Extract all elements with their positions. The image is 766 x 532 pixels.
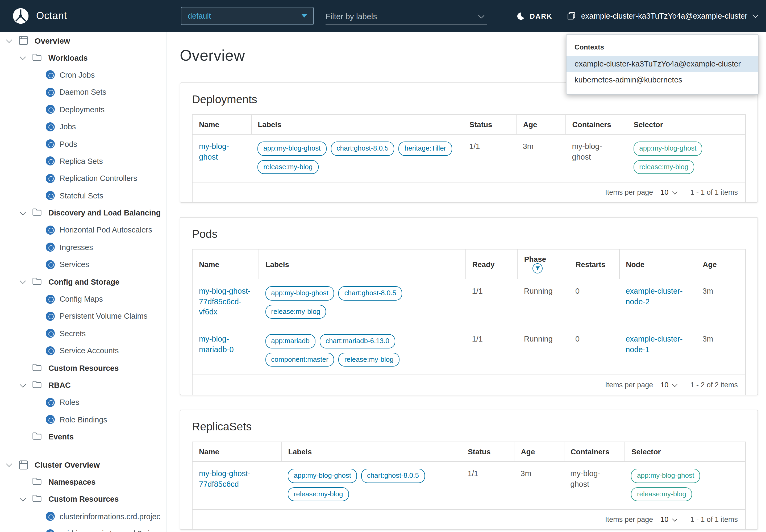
- sidebar-item-workloads[interactable]: Workloads: [0, 49, 166, 67]
- sidebar-item-cron-jobs[interactable]: Cron Jobs: [0, 67, 166, 84]
- name-link[interactable]: my-blog-ghost-77df85c6cd-vf6dx: [199, 287, 250, 316]
- sidebar-item-rbac[interactable]: RBAC: [0, 377, 166, 394]
- column-header-age: Age: [696, 250, 745, 279]
- chevron-down-icon[interactable]: [20, 496, 26, 502]
- sidebar-item-horizontal-pod-autoscalers[interactable]: Horizontal Pod Autoscalers: [0, 222, 166, 239]
- sidebar-item-ingresses[interactable]: Ingresses: [0, 239, 166, 256]
- sidebar-item-persistent-volume-claims[interactable]: Persistent Volume Claims: [0, 308, 166, 325]
- name-link[interactable]: my-blog-mariadb-0: [199, 335, 234, 354]
- chevron-down-icon[interactable]: [20, 279, 26, 285]
- column-header-label: Labels: [258, 120, 281, 129]
- sidebar-item-label: Stateful Sets: [60, 191, 103, 200]
- cell-node: example-cluster-node-2: [619, 279, 696, 327]
- chevron-down-icon[interactable]: [20, 55, 26, 61]
- namespace-select[interactable]: default: [181, 7, 314, 25]
- sidebar-item-config-maps[interactable]: Config Maps: [0, 290, 166, 308]
- column-header-label: Status: [468, 448, 491, 456]
- sidebar-item-custom-resources[interactable]: Custom Resources: [0, 491, 166, 508]
- chevron-down-icon[interactable]: [6, 462, 12, 468]
- column-header-age: Age: [514, 442, 564, 462]
- daemon-sets-icon: [46, 88, 55, 97]
- label-badge: chart:ghost-8.0.5: [361, 469, 425, 483]
- theme-toggle[interactable]: DARK: [516, 0, 552, 32]
- sidebar-item-label: Deployments: [60, 105, 105, 114]
- roles-icon: [46, 398, 55, 407]
- app-name: Octant: [36, 10, 67, 22]
- sidebar-item-replica-sets[interactable]: Replica Sets: [0, 152, 166, 170]
- cell-selector: app:my-blog-ghostrelease:my-blog: [627, 134, 745, 182]
- selector-badge: app:my-blog-ghost: [631, 469, 700, 483]
- namespace-value: default: [188, 12, 211, 20]
- cell-node: example-cluster-node-1: [619, 327, 696, 375]
- chevron-down-icon[interactable]: [6, 38, 12, 43]
- column-header-status: Status: [461, 442, 514, 462]
- column-header-label: Name: [199, 120, 219, 129]
- sidebar-item-csidrivers-csi-storage-k8s-io[interactable]: csidrivers.csi.storage.k8s.io: [0, 525, 166, 532]
- top-navbar: Octant default DARK: [0, 0, 766, 32]
- sidebar-item-clusterinformations-crd-projec[interactable]: clusterinformations.crd.projec: [0, 508, 166, 525]
- cell-ready: 1/1: [466, 279, 518, 327]
- chevron-down-icon[interactable]: [20, 382, 26, 388]
- label-badge: component:master: [265, 352, 334, 367]
- sidebar-item-replication-controllers[interactable]: Replication Controllers: [0, 170, 166, 187]
- sidebar-item-label: Jobs: [60, 122, 76, 131]
- app-logo-group: Octant: [12, 0, 67, 32]
- page-size-value: 10: [660, 516, 668, 524]
- column-header-label: Selector: [634, 120, 663, 129]
- ingresses-icon: [46, 243, 55, 252]
- sidebar-item-deployments[interactable]: Deployments: [0, 101, 166, 118]
- sidebar-item-events[interactable]: Events: [0, 428, 166, 446]
- sidebar-item-service-accounts[interactable]: Service Accounts: [0, 342, 166, 359]
- sidebar-item-stateful-sets[interactable]: Stateful Sets: [0, 187, 166, 204]
- items-per-page-label: Items per page: [605, 516, 653, 524]
- sidebar-item-secrets[interactable]: Secrets: [0, 325, 166, 342]
- octant-app: Octant default DARK: [0, 0, 766, 532]
- card-replicasets: ReplicaSetsNameLabelsStatusAgeContainers…: [180, 410, 758, 530]
- theme-toggle-label: DARK: [530, 12, 552, 20]
- sidebar-item-role-bindings[interactable]: Role Bindings: [0, 411, 166, 428]
- page-size-select[interactable]: 10: [660, 381, 676, 389]
- sidebar-item-services[interactable]: Services: [0, 256, 166, 273]
- sidebar-item-overview[interactable]: Overview: [0, 32, 166, 49]
- cell-labels: app:my-blog-ghostchart:ghost-8.0.5herita…: [251, 134, 463, 182]
- folder-icon: [32, 494, 42, 504]
- column-header-containers: Containers: [564, 442, 625, 462]
- context-menu-item[interactable]: example-cluster-ka3TuTzYo4a@example-clus…: [567, 56, 758, 72]
- sidebar-item-label: Config and Storage: [48, 277, 119, 286]
- name-link[interactable]: my-blog-ghost-77df85c6cd: [199, 469, 250, 488]
- page-size-select[interactable]: 10: [660, 188, 676, 196]
- sidebar-item-discovery-and-load-balancing[interactable]: Discovery and Load Balancing: [0, 204, 166, 222]
- label-filter-input[interactable]: [326, 12, 465, 21]
- sidebar-item-label: Overview: [35, 36, 70, 45]
- node-link[interactable]: example-cluster-node-1: [626, 335, 682, 354]
- chevron-down-icon[interactable]: [20, 210, 26, 216]
- sidebar-item-jobs[interactable]: Jobs: [0, 118, 166, 135]
- persistent-volume-claims-icon: [46, 312, 55, 321]
- column-header-label: Restarts: [576, 260, 605, 268]
- selector-badge: release:my-blog: [633, 160, 694, 174]
- node-link[interactable]: example-cluster-node-2: [626, 287, 682, 306]
- sidebar-item-roles[interactable]: Roles: [0, 394, 166, 411]
- context-selector[interactable]: example-cluster-ka3TuTzYo4a@example-clus…: [567, 0, 757, 32]
- sidebar-item-cluster-overview[interactable]: Cluster Overview: [0, 456, 166, 473]
- chevron-down-icon: [672, 189, 677, 194]
- cell-name: my-blog-ghost: [193, 134, 251, 182]
- sidebar-item-daemon-sets[interactable]: Daemon Sets: [0, 84, 166, 101]
- page-size-select[interactable]: 10: [660, 516, 676, 524]
- sidebar: OverviewWorkloadsCron JobsDaemon SetsDep…: [0, 32, 167, 532]
- context-menu-item[interactable]: kubernetes-admin@kubernetes: [567, 72, 758, 88]
- folder-icon: [32, 432, 42, 442]
- replica-sets-icon: [46, 157, 55, 166]
- sidebar-item-custom-resources[interactable]: Custom Resources: [0, 359, 166, 377]
- sidebar-item-namespaces[interactable]: Namespaces: [0, 473, 166, 491]
- sidebar-item-config-and-storage[interactable]: Config and Storage: [0, 273, 166, 290]
- filter-icon[interactable]: [533, 263, 543, 273]
- column-header-label: Name: [199, 448, 219, 456]
- name-link[interactable]: my-blog-ghost: [199, 142, 229, 161]
- sidebar-item-label: Workloads: [48, 53, 88, 62]
- card-pods: PodsNameLabelsReadyPhaseRestartsNodeAgem…: [180, 217, 758, 395]
- sidebar-item-pods[interactable]: Pods: [0, 135, 166, 153]
- secrets-icon: [46, 329, 55, 338]
- cell-age: 3m: [696, 279, 745, 327]
- chevron-down-icon[interactable]: [478, 12, 485, 18]
